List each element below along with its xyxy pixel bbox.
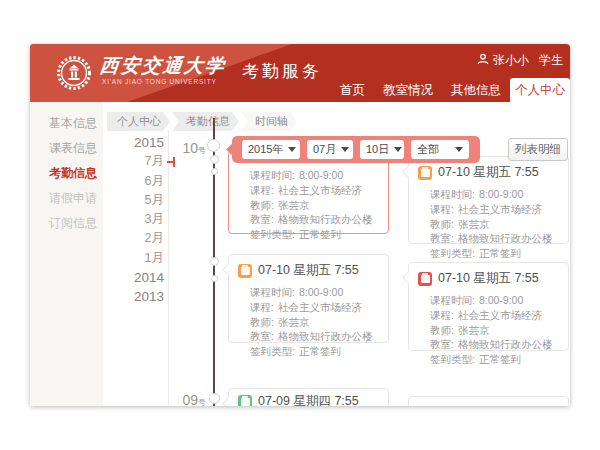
- scale-year-2013[interactable]: 2013: [114, 287, 164, 306]
- university-name-en: XI'AN JIAO TONG UNIVERSITY: [102, 78, 217, 85]
- app-window: 西安交通大学 XI'AN JIAO TONG UNIVERSITY 考勤服务 张…: [30, 44, 570, 406]
- nav-tab-home[interactable]: 首页: [331, 78, 374, 102]
- day-marker-10: 10号: [156, 139, 206, 157]
- timeline-node-small: [210, 257, 219, 266]
- category-select[interactable]: 全部: [411, 140, 469, 159]
- sidebar-item-basic-info[interactable]: 基本信息: [30, 111, 103, 136]
- year-select[interactable]: 2015年: [242, 140, 300, 159]
- scale-year-2014[interactable]: 2014: [114, 268, 164, 287]
- user-role: 学生: [539, 52, 563, 69]
- user-name: 张小小: [493, 52, 529, 69]
- scale-divider-line: [168, 130, 169, 406]
- scale-month-jan[interactable]: 1月: [114, 249, 164, 268]
- day-select[interactable]: 10日: [360, 140, 404, 159]
- sidebar-item-leave-request[interactable]: 请假申请: [30, 186, 103, 211]
- scale-month-may[interactable]: 5月: [114, 191, 164, 210]
- month-select[interactable]: 07月: [307, 140, 353, 159]
- nav-tab-other-info[interactable]: 其他信息: [442, 78, 510, 102]
- sidebar-item-subscription-info[interactable]: 订阅信息: [30, 211, 103, 236]
- attendance-card[interactable]: 07-10 星期五 7:55 课程时间:8:00-9:00 课程:社会主义市场经…: [408, 156, 569, 244]
- chevron-down-icon: [341, 147, 349, 152]
- app-title: 考勤服务: [242, 60, 322, 83]
- attendance-card[interactable]: 07-10 星期五 7:55 课程时间:8:00-9:00 课程:社会主义市场经…: [228, 254, 389, 343]
- timeline-node-small: [210, 155, 219, 164]
- page: 西安交通大学 XI'AN JIAO TONG UNIVERSITY 考勤服务 张…: [0, 0, 600, 450]
- calendar-icon-orange: [238, 264, 252, 278]
- user-info[interactable]: 张小小 学生: [477, 52, 563, 69]
- calendar-icon-orange: [418, 166, 432, 180]
- nav-tab-personal-center[interactable]: 个人中心: [510, 78, 570, 102]
- breadcrumb-timeline[interactable]: 时间轴: [241, 112, 297, 131]
- timeline-node-small: [209, 393, 220, 404]
- attendance-card[interactable]: 07-10 星期五 7:55 课程时间:8:00-9:00 课程:社会主义市场经…: [408, 262, 569, 351]
- scale-month-jun[interactable]: 6月: [114, 172, 164, 191]
- attendance-card-truncated[interactable]: 07-09 星期四 7:55: [228, 388, 389, 406]
- calendar-icon-green: [238, 395, 252, 407]
- timeline-node-large: [207, 139, 220, 152]
- scale-month-mar[interactable]: 3月: [114, 210, 164, 229]
- calendar-icon-red: [418, 272, 432, 286]
- date-filter-bubble: 2015年 07月 10日 全部: [232, 136, 480, 163]
- sidebar: 基本信息 课表信息 考勤信息 请假申请 订阅信息: [30, 102, 103, 406]
- breadcrumb: 个人中心 考勤信息 时间轴: [107, 112, 299, 131]
- chevron-down-icon: [288, 147, 296, 152]
- chevron-down-icon: [394, 147, 402, 152]
- nav-tab-classrooms[interactable]: 教室情况: [374, 78, 442, 102]
- app-header: 西安交通大学 XI'AN JIAO TONG UNIVERSITY 考勤服务 张…: [30, 44, 570, 102]
- list-detail-button[interactable]: 列表明细: [508, 138, 568, 161]
- university-name-cn: 西安交通大学: [99, 53, 228, 79]
- person-icon: [477, 53, 489, 68]
- timeline-node-small: [211, 168, 218, 175]
- scale-month-feb[interactable]: 2月: [114, 229, 164, 248]
- attendance-card-truncated[interactable]: [408, 396, 569, 406]
- content-area: 基本信息 课表信息 考勤信息 请假申请 订阅信息 个人中心 考勤信息 时间轴 2…: [30, 102, 570, 406]
- breadcrumb-attendance-info[interactable]: 考勤信息: [172, 112, 239, 131]
- timeline-node-small: [211, 275, 218, 282]
- main-nav: 首页 教室情况 其他信息 个人中心: [331, 78, 570, 102]
- timeline-scale: 2015 7月 6月 5月 3月 2月 1月 2014 2013: [114, 133, 164, 307]
- chevron-down-icon: [455, 147, 463, 152]
- day-marker-09: 09号: [156, 391, 206, 406]
- breadcrumb-personal-center[interactable]: 个人中心: [107, 112, 170, 131]
- university-seal-icon: [56, 55, 92, 91]
- sidebar-item-schedule-info[interactable]: 课表信息: [30, 136, 103, 161]
- sidebar-item-attendance-info[interactable]: 考勤信息: [30, 161, 103, 186]
